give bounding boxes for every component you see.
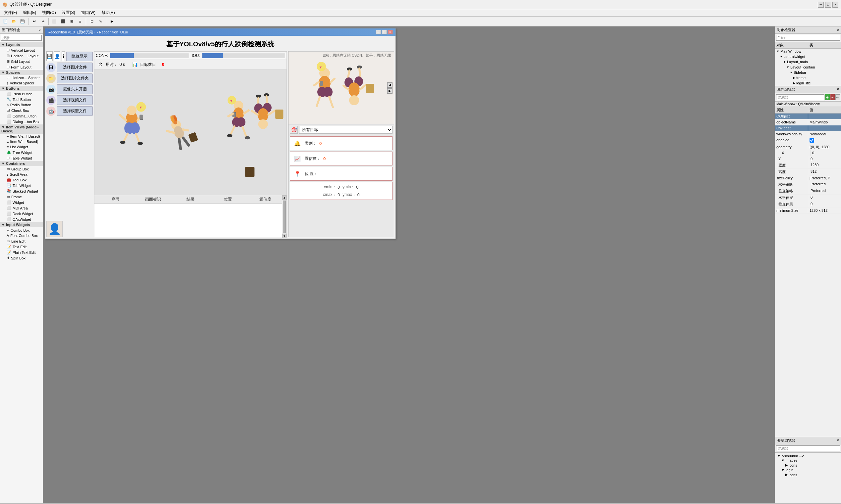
break-layout-button[interactable]: ⊡ [88,18,96,25]
layout-h-button[interactable]: ⬜ [50,18,58,25]
res-images[interactable]: ▼images [776,458,840,463]
tree-arrow-central[interactable]: ▼ [776,55,783,58]
minimize-button[interactable]: ─ [818,2,824,7]
widget-text-edit[interactable]: 📝Text Edit [0,244,43,250]
menu-file[interactable]: 文件(F) [1,9,19,16]
section-input[interactable]: ▼ Input Widgets [0,222,43,227]
prop-remove-button[interactable]: − [830,94,835,100]
person-icon-btn[interactable]: 👤 [54,51,60,61]
redo-button[interactable]: ↪ [39,18,47,25]
widget-horizont-spacer[interactable]: ↔Horizon... Spacer [0,75,43,80]
widget-scroll-area[interactable]: ↕Scroll Area [0,172,43,177]
save-button[interactable]: 💾 [19,18,27,25]
tree-login-title[interactable]: ▶ loginTitle [775,80,841,86]
tree-centralwidget[interactable]: ▼ centralwidget [775,54,841,59]
widget-combo-box[interactable]: ▽Combo Box [0,227,43,233]
widget-widget[interactable]: ⬜Widget [0,200,43,205]
menu-settings[interactable]: 设置(S) [59,9,78,16]
widget-tree-widget[interactable]: 🌲Tree Widget [0,149,43,155]
widget-push-button[interactable]: ⬜Push Button [0,91,43,97]
sub-win-minimize[interactable]: ─ [376,30,381,34]
scroll-thumb[interactable] [283,200,286,233]
tree-arrow-main[interactable]: ▼ [776,50,779,53]
widget-stacked-widget[interactable]: 📚Stacked Widget [0,188,43,194]
widget-tool-box[interactable]: 🧰Tool Box [0,177,43,183]
save-icon-btn[interactable]: 💾 [46,51,53,61]
widget-frame[interactable]: ▭Frame [0,194,43,200]
section-layouts[interactable]: ▼ Layouts [0,42,43,47]
inspector-close[interactable]: × [837,28,839,32]
layout-grid-button[interactable]: ⊞ [68,18,75,25]
sub-win-restore[interactable]: □ [382,30,387,34]
tree-arrow-layout[interactable]: ▼ [776,60,786,64]
res-resource[interactable]: ▼<resource ...> [776,453,840,458]
widget-vertical-spacer[interactable]: ↕Vertical Spacer [0,80,43,86]
menu-window[interactable]: 窗口(W) [79,9,98,16]
preview-button[interactable]: ▶ [108,18,116,25]
section-item-views[interactable]: ▼ Item Views (Model-Based) [0,124,43,134]
tree-arrow-login[interactable]: ▶ [776,82,795,85]
widget-group-box[interactable]: ▭Group Box [0,166,43,172]
widget-plain-text-edit[interactable]: 📝Plain Text Edit [0,250,43,255]
target-dropdown[interactable]: 所有目标 [299,126,393,134]
section-spacers[interactable]: ▼ Spacers [0,70,43,75]
res-login[interactable]: ▼login [776,468,840,472]
table-scrollbar[interactable]: ▲ ▼ [282,195,287,238]
tree-arrow-contain[interactable]: ▼ [776,66,789,69]
widget-mdi-area[interactable]: ⬜MDI Area [0,205,43,211]
nav-down-btn[interactable]: ▶ [387,88,393,94]
section-buttons[interactable]: ▼ Buttons [0,86,43,91]
tree-sidebar[interactable]: ▼ Sidebar [775,70,841,75]
tree-arrow-sidebar[interactable]: ▼ [776,71,793,74]
info-icon-btn[interactable]: ℹ [62,51,65,61]
undo-button[interactable]: ↩ [30,18,38,25]
prop-add-button[interactable]: + [825,94,830,100]
widget-list-widget[interactable]: ≡List Widget [0,144,43,149]
widget-horizont-layout[interactable]: ⊟Horizon... Layout [0,53,43,58]
iou-slider[interactable] [202,53,285,58]
widget-item-view-w[interactable]: ≡Item Wi...-Based) [0,139,43,144]
section-containers[interactable]: ▼ Containers [0,161,43,166]
widget-command-button[interactable]: ⬜Comma...utton [0,113,43,119]
prop-filter-input[interactable] [776,94,824,100]
widget-check-box[interactable]: ☑Check Box [0,108,43,113]
close-button[interactable]: × [833,2,838,7]
adjust-size-button[interactable]: ⤡ [97,18,104,25]
sub-win-close[interactable]: × [388,30,393,34]
widget-dialog-button[interactable]: ⬜Dialog ...ton Box [0,119,43,124]
tree-arrow-frame[interactable]: ▶ [776,76,795,79]
widget-tab-widget[interactable]: 📑Tab Widget [0,183,43,188]
conf-slider[interactable] [110,53,189,58]
widget-item-view-l[interactable]: ≡Item Vie...l-Based) [0,134,43,139]
widget-grid-layout[interactable]: ⊞Grid Layout [0,58,43,64]
widget-line-edit[interactable]: ▭Line Edit [0,238,43,244]
select-video-button[interactable]: 选择视频文件 [57,95,93,105]
open-button[interactable]: 📂 [10,18,18,25]
prop-edit-button[interactable]: ✏ [835,94,840,100]
res-login-icons[interactable]: ▶icons [776,472,840,477]
menu-view[interactable]: 视图(O) [39,9,58,16]
widget-box-close[interactable]: × [39,28,41,32]
widget-search-input[interactable] [1,35,42,41]
properties-close[interactable]: × [837,87,839,92]
select-folder-button[interactable]: 选择图片文件夹 [57,73,93,83]
nav-up-btn[interactable]: ◀ [387,83,393,88]
hide-show-button[interactable]: 隐藏显示 [66,52,93,61]
res-filter-input[interactable] [776,446,840,451]
res-images-icons[interactable]: ▶icons [776,463,840,468]
widget-qax-widget[interactable]: ⬜QAxWidget [0,216,43,222]
table-body[interactable] [95,204,287,237]
new-button[interactable]: 📄 [1,18,9,25]
layout-form-button[interactable]: ≡ [76,18,84,25]
tree-mainwindow[interactable]: ▼ MainWindow [775,49,841,54]
widget-vertical-layout[interactable]: ⊞Vertical Layout [0,47,43,53]
widget-tool-button[interactable]: 🔧Tool Button [0,97,43,102]
widget-font-combo-box[interactable]: AFont Combo Box [0,233,43,238]
menu-edit[interactable]: 编辑(E) [20,9,39,16]
select-model-button[interactable]: 选择模型文件 [57,106,93,116]
tree-layout-main[interactable]: ▼ Layout_main [775,59,841,65]
open-camera-button[interactable]: 摄像头末开启 [57,84,93,94]
widget-spin-box[interactable]: ⬆Spin Box [0,255,43,261]
widget-form-layout[interactable]: ⊟Form Layout [0,64,43,70]
scroll-down-btn[interactable]: ▼ [282,234,287,238]
